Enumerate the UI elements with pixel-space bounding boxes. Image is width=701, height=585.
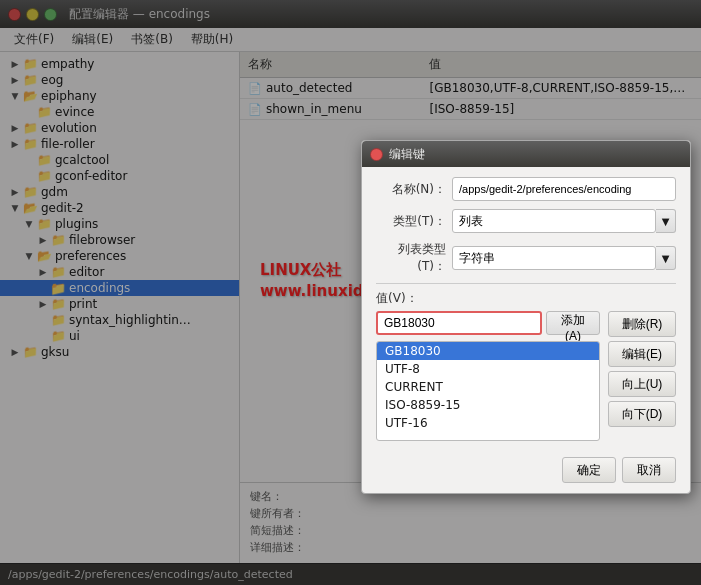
list-type-combo-button[interactable]: ▼ (656, 246, 676, 270)
edit-dialog: 编辑键 名称(N)： 类型(T)： ▼ 列表类型(T)： (361, 140, 691, 494)
value-input-row: 添加(A) (376, 311, 600, 335)
dialog-list-type-label: 列表类型(T)： (376, 241, 446, 275)
value-section: 添加(A) GB18030 UTF-8 CURRENT ISO-8859-15 … (376, 311, 676, 441)
add-button[interactable]: 添加(A) (546, 311, 600, 335)
ok-button[interactable]: 确定 (562, 457, 616, 483)
dialog-name-label: 名称(N)： (376, 181, 446, 198)
listbox-item-iso[interactable]: ISO-8859-15 (377, 396, 599, 414)
listbox-item-gb18030[interactable]: GB18030 (377, 342, 599, 360)
value-list-area: 添加(A) GB18030 UTF-8 CURRENT ISO-8859-15 … (376, 311, 600, 441)
dialog-name-row: 名称(N)： (376, 177, 676, 201)
dialog-body: 名称(N)： 类型(T)： ▼ 列表类型(T)： ▼ (362, 167, 690, 451)
listbox-item-current[interactable]: CURRENT (377, 378, 599, 396)
dialog-list-type-row: 列表类型(T)： ▼ (376, 241, 676, 275)
type-combo: ▼ (452, 209, 676, 233)
value-label: 值(V)： (376, 290, 676, 307)
dialog-divider (376, 283, 676, 284)
listbox-item-utf8[interactable]: UTF-8 (377, 360, 599, 378)
remove-button[interactable]: 删除(R) (608, 311, 676, 337)
dialog-close-button[interactable] (370, 148, 383, 161)
down-button[interactable]: 向下(D) (608, 401, 676, 427)
type-combo-button[interactable]: ▼ (656, 209, 676, 233)
modal-overlay: 编辑键 名称(N)： 类型(T)： ▼ 列表类型(T)： (0, 0, 701, 585)
dialog-title-text: 编辑键 (389, 146, 425, 163)
dialog-title-bar: 编辑键 (362, 141, 690, 167)
cancel-button[interactable]: 取消 (622, 457, 676, 483)
type-combo-input[interactable] (452, 209, 656, 233)
dialog-type-row: 类型(T)： ▼ (376, 209, 676, 233)
dialog-name-input[interactable] (452, 177, 676, 201)
list-type-combo-input[interactable] (452, 246, 656, 270)
up-button[interactable]: 向上(U) (608, 371, 676, 397)
dialog-footer: 确定 取消 (362, 451, 690, 493)
edit-button[interactable]: 编辑(E) (608, 341, 676, 367)
value-input-field[interactable] (376, 311, 542, 335)
value-listbox[interactable]: GB18030 UTF-8 CURRENT ISO-8859-15 UTF-16 (376, 341, 600, 441)
dialog-type-label: 类型(T)： (376, 213, 446, 230)
action-buttons: 删除(R) 编辑(E) 向上(U) 向下(D) (608, 311, 676, 441)
listbox-item-utf16[interactable]: UTF-16 (377, 414, 599, 432)
list-type-combo: ▼ (452, 246, 676, 270)
